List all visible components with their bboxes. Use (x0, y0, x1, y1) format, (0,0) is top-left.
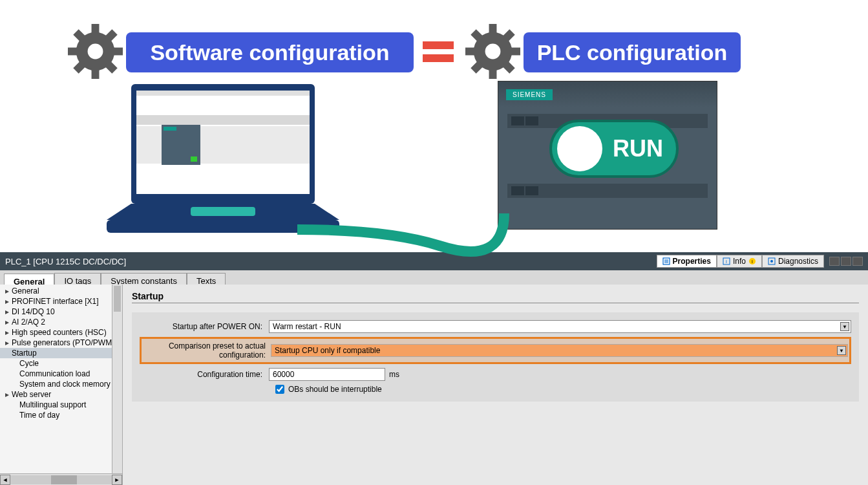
expand-icon: ▸ (5, 318, 12, 327)
comparison-label: Comparison preset to actual configuratio… (142, 339, 271, 362)
svg-rect-4 (112, 48, 123, 56)
svg-rect-23 (136, 115, 310, 125)
tree-vscrollbar[interactable] (112, 285, 122, 473)
tree-item-label: High speed counters (HSC) (12, 328, 107, 337)
tree-hscrollbar[interactable]: ◄ ► (0, 473, 122, 485)
tree-item-label: Time of day (19, 411, 59, 420)
cable-icon (297, 213, 569, 291)
expand-icon: ▸ (5, 328, 12, 337)
chevron-down-icon: ▼ (837, 346, 846, 355)
expand-icon: ▸ (5, 297, 12, 306)
tree-item[interactable]: Communication load (0, 369, 112, 379)
diagram-area: Software configuration PLC configuration… (0, 0, 868, 252)
expand-icon: ▸ (5, 307, 12, 316)
expand-icon: ▸ (5, 286, 12, 296)
tree-item-label: System and clock memory (19, 380, 111, 389)
tab-info-label: Info (733, 257, 746, 266)
window-btn[interactable] (852, 257, 863, 266)
svg-point-40 (770, 260, 773, 263)
tree-item-label: Multilingual support (19, 400, 86, 409)
svg-rect-14 (509, 48, 520, 56)
svg-rect-26 (164, 127, 176, 131)
svg-text:i: i (752, 259, 753, 264)
tab-info[interactable]: i Info i (717, 255, 762, 268)
tree-item[interactable]: Multilingual support (0, 400, 112, 410)
obs-checkbox[interactable] (275, 385, 284, 394)
svg-rect-11 (489, 24, 497, 35)
info-icon: i (723, 257, 730, 265)
svg-rect-27 (191, 156, 197, 162)
gear-icon (465, 24, 520, 79)
tab-diagnostics-label: Diagnostics (778, 257, 818, 266)
section-heading: Startup (132, 291, 859, 303)
tree-item-label: AI 2/AQ 2 (12, 318, 45, 327)
obs-label: OBs should be interruptible (288, 385, 382, 394)
svg-rect-30 (191, 207, 255, 216)
window-btn[interactable] (841, 257, 851, 266)
run-toggle: RUN (549, 120, 679, 178)
scroll-right-btn[interactable]: ► (112, 475, 122, 485)
config-time-label: Configuration time: (140, 370, 269, 379)
tree-item-label: Communication load (19, 369, 90, 378)
diagnostics-icon (768, 257, 776, 265)
tree-item[interactable]: ▸Web server (0, 389, 112, 400)
config-time-unit: ms (389, 370, 399, 379)
svg-rect-2 (92, 68, 100, 79)
startup-after-label: Startup after POWER ON: (140, 322, 269, 331)
svg-rect-1 (92, 24, 100, 35)
tree-item[interactable]: Startup (0, 348, 112, 358)
tree-item[interactable]: ▸AI 2/AQ 2 (0, 317, 112, 327)
properties-icon (662, 257, 670, 265)
tree-item[interactable]: System and clock memory (0, 379, 112, 389)
svg-rect-13 (465, 48, 476, 56)
config-time-input[interactable]: 60000 (269, 368, 385, 381)
tree-item-label: General (12, 286, 39, 296)
gear-icon (68, 24, 123, 79)
nav-tree: ▸General▸PROFINET interface [X1]▸DI 14/D… (0, 285, 123, 485)
tree-item[interactable]: Cycle (0, 358, 112, 369)
tree-item[interactable]: ▸DI 14/DQ 10 (0, 307, 112, 317)
panel-title-text: PLC_1 [CPU 1215C DC/DC/DC] (5, 257, 126, 266)
tree-item[interactable]: Time of day (0, 410, 112, 420)
tree-item-label: Web server (12, 390, 51, 399)
tab-diagnostics[interactable]: Diagnostics (762, 255, 824, 268)
tree-item-label: Cycle (19, 359, 39, 368)
svg-point-9 (88, 44, 103, 59)
tab-properties-label: Properties (673, 257, 711, 266)
tree-item-label: Pulse generators (PTO/PWM) (12, 338, 114, 347)
startup-after-value: Warm restart - RUN (273, 322, 341, 331)
window-buttons (829, 257, 863, 266)
tree-item[interactable]: ▸Pulse generators (PTO/PWM) (0, 338, 112, 348)
tree-item[interactable]: ▸PROFINET interface [X1] (0, 296, 112, 307)
svg-text:i: i (726, 259, 727, 264)
scroll-left-btn[interactable]: ◄ (0, 475, 10, 485)
panel-inspector-tabs: Properties i Info i Diagnostics (657, 255, 824, 268)
svg-rect-22 (136, 91, 310, 96)
tree-item-label: Startup (12, 349, 37, 358)
expand-icon: ▸ (5, 390, 12, 399)
software-config-badge: Software configuration (126, 32, 414, 72)
run-label: RUN (613, 135, 663, 162)
chevron-down-icon: ▼ (840, 322, 849, 331)
svg-rect-3 (68, 48, 79, 56)
tree-item-label: DI 14/DQ 10 (12, 307, 55, 316)
comparison-combo[interactable]: Startup CPU only if compatible ▼ (271, 344, 848, 357)
comparison-value: Startup CPU only if compatible (275, 346, 380, 355)
tab-properties[interactable]: Properties (657, 255, 717, 268)
tree-item[interactable]: ▸High speed counters (HSC) (0, 327, 112, 338)
svg-rect-12 (489, 68, 497, 79)
startup-after-combo[interactable]: Warm restart - RUN ▼ (269, 320, 851, 333)
software-config-text: Software configuration (150, 40, 389, 65)
expand-icon: ▸ (5, 338, 12, 347)
run-knob (557, 126, 602, 171)
siemens-label: SIEMENS (506, 89, 553, 100)
tree-item-label: PROFINET interface [X1] (12, 297, 99, 306)
equals-icon (423, 41, 454, 67)
form-area: Startup Startup after POWER ON: Warm res… (123, 285, 868, 485)
tree-item[interactable]: ▸General (0, 286, 112, 296)
window-btn[interactable] (829, 257, 840, 266)
svg-point-19 (485, 44, 501, 59)
plc-config-text: PLC configuration (537, 40, 728, 65)
warning-icon: i (748, 257, 756, 265)
plc-config-badge: PLC configuration (524, 32, 741, 72)
